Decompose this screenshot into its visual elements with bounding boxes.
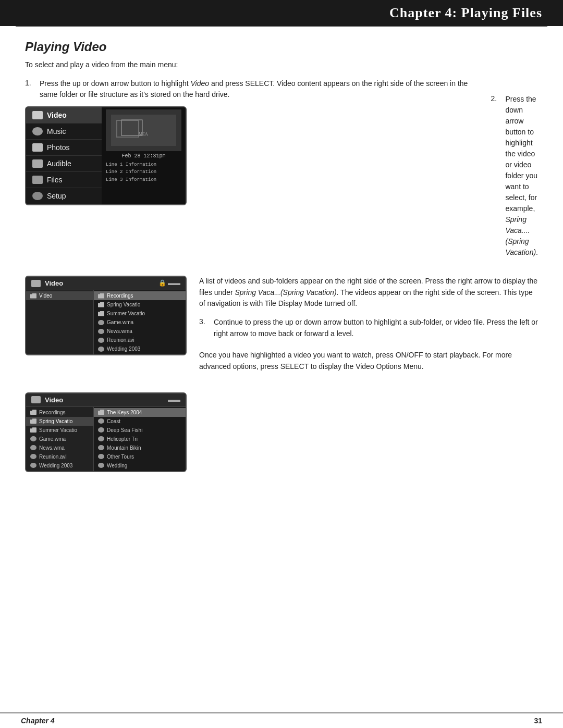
- step3-number: 3.: [199, 317, 209, 343]
- screen1: Video Music Photos Audible: [25, 106, 187, 205]
- step2-column: 2. Press the down arrow button to highli…: [491, 78, 538, 265]
- screen1-time: Feb 28 12:31pm: [106, 153, 181, 159]
- screen1-thumbnail: MEA: [106, 109, 181, 151]
- screen2-right-reunion: Reunion.avi: [94, 336, 186, 344]
- menu-item-music: Music: [26, 124, 102, 140]
- step1-text: Press the up or down arrow button to hig…: [40, 78, 478, 100]
- menu-item-setup: Setup: [26, 188, 102, 204]
- svg-text:MEA: MEA: [139, 132, 148, 137]
- screen2-lock-icon: 🔒 ▬▬: [158, 279, 180, 287]
- step2-number: 2.: [491, 94, 500, 258]
- menu-item-files: Files: [26, 172, 102, 188]
- folder-icon: [30, 410, 36, 415]
- video-file-icon: [30, 463, 36, 468]
- screen3-title: Video: [45, 396, 63, 404]
- screen3-left-news: News.wma: [26, 443, 93, 452]
- step1-left: 1. Press the up or down arrow button to …: [25, 78, 478, 265]
- mid-section: Video 🔒 ▬▬ Video Recordings: [25, 276, 538, 380]
- screen2: Video 🔒 ▬▬ Video Recordings: [25, 276, 187, 355]
- folder-icon: [30, 293, 36, 299]
- video-file-icon: [98, 338, 104, 343]
- video-file-icon: [98, 445, 104, 450]
- svg-rect-1: [111, 115, 176, 146]
- screen2-right-news: News.wma: [94, 327, 186, 336]
- photos-icon: [32, 143, 43, 152]
- folder-icon: [98, 311, 104, 316]
- audible-icon: [32, 159, 43, 168]
- thumbnail-svg: MEA: [106, 109, 181, 151]
- screen3-left-recordings: Recordings: [26, 408, 93, 417]
- footer-page-number: 31: [534, 717, 542, 725]
- video-file-icon: [30, 436, 36, 441]
- header-title: Chapter 4: Playing Files: [389, 5, 542, 20]
- screen2-panel-left: Video: [26, 290, 94, 354]
- screen3-right-coast: Coast: [94, 417, 186, 426]
- screen3-body: Recordings Spring Vacatio Summer Vacatio: [26, 407, 186, 471]
- menu-item-video: Video: [26, 107, 102, 124]
- screen3-left-game: Game.wma: [26, 435, 93, 443]
- screen3-right-keys: The Keys 2004: [94, 408, 186, 417]
- screen2-header-icon: [31, 280, 41, 287]
- screen3-header-icon: [31, 396, 41, 403]
- screen2-panel-right: Recordings Spring Vacatio Summer Vacatio: [94, 290, 186, 354]
- screen2-right-wedding: Wedding 2003: [94, 344, 186, 353]
- screen3-right-helicopter: Helicopter Tri: [94, 435, 186, 443]
- screen3-container: Video ▬▬ Recordings Spring Vacatio: [25, 392, 187, 472]
- screen3-right-wedding: Wedding: [94, 461, 186, 470]
- screen3-right-othertours: Other Tours: [94, 452, 186, 461]
- screen2-right-recordings: Recordings: [94, 291, 186, 300]
- mid-right-text: A list of videos and sub-folders appear …: [199, 276, 538, 380]
- video-file-icon: [98, 463, 104, 468]
- screen2-body: Video Recordings Spring Vacatio: [26, 290, 186, 354]
- screen2-right-spring: Spring Vacatio: [94, 300, 186, 309]
- folder-icon: [98, 293, 104, 299]
- step1-row: 1. Press the up or down arrow button to …: [25, 78, 478, 100]
- para2-text: Once you have highlighted a video you wa…: [199, 350, 538, 372]
- screen2-container: Video 🔒 ▬▬ Video Recordings: [25, 276, 187, 380]
- step1-number: 1.: [25, 78, 34, 100]
- bottom-section: Video ▬▬ Recordings Spring Vacatio: [25, 392, 538, 472]
- screen3-left-spring: Spring Vacatio: [26, 417, 93, 426]
- screen3-left-reunion: Reunion.avi: [26, 452, 93, 461]
- para1-text: A list of videos and sub-folders appear …: [199, 276, 538, 310]
- footer-chapter-label: Chapter 4: [21, 717, 55, 725]
- screen3-panel-right: The Keys 2004 Coast Deep Sea Fishi: [94, 407, 186, 471]
- screen3-left-summer: Summer Vacatio: [26, 426, 93, 435]
- step3-text: Continue to press the up or down arrow b…: [214, 317, 538, 339]
- screen1-body: Video Music Photos Audible: [26, 107, 186, 204]
- menu-item-photos: Photos: [26, 140, 102, 156]
- video-file-icon: [98, 320, 104, 325]
- screen3-left-wedding: Wedding 2003: [26, 461, 93, 470]
- video-file-icon: [30, 445, 36, 450]
- video-file-icon: [30, 454, 36, 459]
- video-file-icon: [98, 427, 104, 433]
- folder-icon: [30, 418, 36, 424]
- folder-icon: [98, 410, 104, 415]
- step2-row: 2. Press the down arrow button to highli…: [491, 94, 538, 258]
- page-title: Playing Video: [25, 40, 538, 54]
- screen1-left-panel: Video Music Photos Audible: [26, 107, 102, 204]
- screen1-right-panel: MEA Feb 28 12:31pm Line 1 Information Li…: [102, 107, 186, 204]
- music-icon: [32, 127, 43, 135]
- screen3-panel-left: Recordings Spring Vacatio Summer Vacatio: [26, 407, 94, 471]
- setup-icon: [32, 192, 43, 200]
- screen2-right-summer: Summer Vacatio: [94, 309, 186, 318]
- screen2-left-video: Video: [26, 291, 93, 300]
- video-file-icon: [98, 418, 104, 424]
- step1-section: 1. Press the up or down arrow button to …: [25, 78, 538, 265]
- menu-item-audible: Audible: [26, 156, 102, 172]
- video-file-icon: [98, 454, 104, 459]
- page-footer: Chapter 4 31: [0, 712, 563, 728]
- main-content: Playing Video To select and play a video…: [0, 27, 563, 526]
- step2-text: Press the down arrow button to highlight…: [505, 94, 538, 258]
- files-icon: [32, 176, 43, 184]
- screen1-info: Line 1 Information Line 2 Information Li…: [106, 161, 181, 183]
- screen3-header: Video ▬▬: [26, 393, 186, 407]
- intro-text: To select and play a video from the main…: [25, 60, 538, 69]
- video-file-icon: [98, 436, 104, 441]
- screen2-header: Video 🔒 ▬▬: [26, 277, 186, 290]
- chapter-header: Chapter 4: Playing Files: [0, 0, 563, 26]
- folder-icon: [98, 302, 104, 307]
- screen3-right-deepsea: Deep Sea Fishi: [94, 426, 186, 435]
- screen2-right-game: Game.wma: [94, 318, 186, 327]
